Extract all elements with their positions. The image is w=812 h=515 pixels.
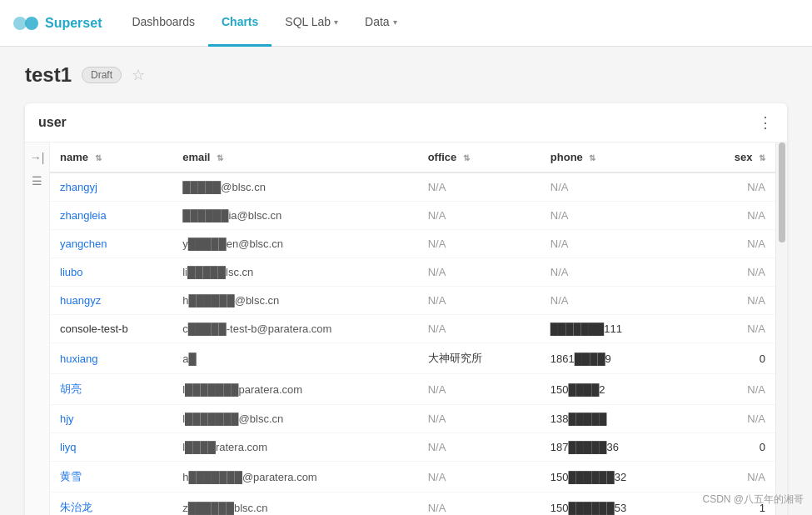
- cell-name[interactable]: 黄雪: [50, 462, 172, 492]
- cell-sex: N/A: [694, 315, 775, 343]
- col-header-phone[interactable]: phone ⇅: [541, 142, 694, 172]
- favorite-star-icon[interactable]: ☆: [132, 66, 145, 84]
- nav-dashboards[interactable]: Dashboards: [118, 0, 208, 47]
- table-row: liyql████ratera.comN/A187█████360: [50, 433, 775, 462]
- cell-name[interactable]: huangyz: [50, 287, 172, 315]
- cell-email: y█████en@blsc.cn: [172, 230, 417, 258]
- scrollbar-thumb[interactable]: [779, 142, 785, 242]
- scrollbar[interactable]: ▲ ▼: [775, 142, 787, 515]
- cell-sex: N/A: [694, 405, 775, 433]
- cell-office: N/A: [418, 492, 541, 516]
- cell-email: a█: [172, 343, 417, 374]
- cell-name[interactable]: 朱治龙: [50, 492, 172, 516]
- nav-charts[interactable]: Charts: [208, 0, 271, 47]
- table-header: name ⇅ email ⇅ office ⇅ phone ⇅: [50, 142, 775, 172]
- page-title: test1: [25, 63, 72, 87]
- sqllab-chevron-icon: ▾: [334, 18, 338, 27]
- cell-name[interactable]: hjy: [50, 405, 172, 433]
- cell-sex: N/A: [694, 230, 775, 258]
- cell-email: █████@blsc.cn: [172, 172, 417, 202]
- logo-icon: [13, 15, 38, 32]
- table-row: zhangyj█████@blsc.cnN/AN/AN/A: [50, 172, 775, 202]
- cell-phone: N/A: [541, 202, 694, 230]
- table-row: hjyl███████@blsc.cnN/A138█████N/A: [50, 405, 775, 433]
- cell-phone: N/A: [541, 172, 694, 202]
- collapse-sidebar-icon[interactable]: →|: [30, 151, 45, 164]
- cell-office: N/A: [418, 172, 541, 202]
- col-header-sex[interactable]: sex ⇅: [694, 142, 775, 172]
- cell-name[interactable]: liyq: [50, 433, 172, 462]
- cell-name[interactable]: huxiang: [50, 343, 172, 374]
- navbar: Superset Dashboards Charts SQL Lab ▾ Dat…: [0, 0, 812, 47]
- page-container: test1 Draft ☆ user ⋮ →| ☰ name ⇅: [0, 47, 812, 515]
- logo[interactable]: Superset: [13, 15, 102, 32]
- table-row: 朱治龙z██████blsc.cnN/A150██████531: [50, 492, 775, 516]
- data-chevron-icon: ▾: [393, 18, 397, 27]
- cell-email: l████ratera.com: [172, 433, 417, 462]
- watermark: CSDN @八五年的湘哥: [702, 492, 804, 507]
- cell-office: N/A: [418, 433, 541, 462]
- table-row: 胡亮l███████paratera.comN/A150████2N/A: [50, 374, 775, 405]
- cell-sex: 0: [694, 343, 775, 374]
- filter-icon[interactable]: ☰: [32, 174, 42, 188]
- cell-email: c█████-test-b@paratera.com: [172, 315, 417, 343]
- cell-phone: 138█████: [541, 405, 694, 433]
- cell-office: N/A: [418, 287, 541, 315]
- cell-email: l███████paratera.com: [172, 374, 417, 405]
- table-wrapper: →| ☰ name ⇅ email ⇅: [25, 142, 787, 515]
- cell-phone: ███████111: [541, 315, 694, 343]
- cell-office: N/A: [418, 315, 541, 343]
- cell-sex: N/A: [694, 374, 775, 405]
- cell-phone: 150██████32: [541, 462, 694, 492]
- cell-phone: N/A: [541, 230, 694, 258]
- sex-sort-icon: ⇅: [759, 153, 765, 162]
- cell-sex: N/A: [694, 258, 775, 287]
- nav-data[interactable]: Data ▾: [351, 0, 411, 47]
- cell-name[interactable]: 胡亮: [50, 374, 172, 405]
- col-header-name[interactable]: name ⇅: [50, 142, 172, 172]
- cell-phone: 150████2: [541, 374, 694, 405]
- cell-name[interactable]: yangchen: [50, 230, 172, 258]
- col-header-email[interactable]: email ⇅: [172, 142, 417, 172]
- cell-name[interactable]: zhangleia: [50, 202, 172, 230]
- nav-sqllab[interactable]: SQL Lab ▾: [271, 0, 351, 47]
- table-row: huangyzh██████@blsc.cnN/AN/AN/A: [50, 287, 775, 315]
- card-header: user ⋮: [25, 103, 787, 142]
- cell-email: h███████@paratera.com: [172, 462, 417, 492]
- more-options-icon[interactable]: ⋮: [758, 113, 774, 132]
- cell-email: h██████@blsc.cn: [172, 287, 417, 315]
- card-title: user: [38, 115, 67, 130]
- cell-email: l███████@blsc.cn: [172, 405, 417, 433]
- cell-sex: N/A: [694, 202, 775, 230]
- cell-office: N/A: [418, 258, 541, 287]
- cell-email: ██████ia@blsc.cn: [172, 202, 417, 230]
- cell-office: N/A: [418, 405, 541, 433]
- cell-name[interactable]: liubo: [50, 258, 172, 287]
- table-row: liuboli█████lsc.cnN/AN/AN/A: [50, 258, 775, 287]
- cell-office: N/A: [418, 462, 541, 492]
- cell-sex: N/A: [694, 172, 775, 202]
- cell-email: z██████blsc.cn: [172, 492, 417, 516]
- cell-email: li█████lsc.cn: [172, 258, 417, 287]
- logo-text: Superset: [45, 16, 102, 31]
- table-row: zhangleia██████ia@blsc.cnN/AN/AN/A: [50, 202, 775, 230]
- svg-point-1: [25, 17, 38, 30]
- table-row: huxianga█大神研究所1861████90: [50, 343, 775, 374]
- cell-sex: N/A: [694, 462, 775, 492]
- data-table: name ⇅ email ⇅ office ⇅ phone ⇅: [50, 142, 775, 515]
- cell-phone: N/A: [541, 258, 694, 287]
- cell-name[interactable]: zhangyj: [50, 172, 172, 202]
- cell-office: N/A: [418, 374, 541, 405]
- cell-office: N/A: [418, 202, 541, 230]
- name-sort-icon: ⇅: [95, 153, 102, 162]
- col-header-office[interactable]: office ⇅: [418, 142, 541, 172]
- table-body: zhangyj█████@blsc.cnN/AN/AN/Azhangleia██…: [50, 172, 775, 515]
- table-scroll: name ⇅ email ⇅ office ⇅ phone ⇅: [50, 142, 775, 515]
- cell-phone: 150██████53: [541, 492, 694, 516]
- data-card: user ⋮ →| ☰ name ⇅ em: [25, 103, 787, 515]
- cell-sex: 0: [694, 433, 775, 462]
- cell-phone: 1861████9: [541, 343, 694, 374]
- cell-sex: N/A: [694, 287, 775, 315]
- cell-phone: N/A: [541, 287, 694, 315]
- cell-office: N/A: [418, 230, 541, 258]
